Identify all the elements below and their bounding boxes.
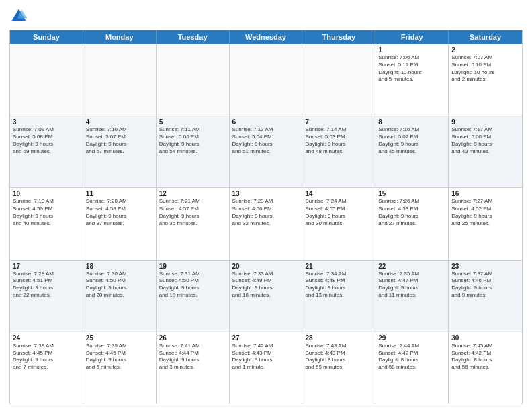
day-cell-30: 30Sunrise: 7:45 AM Sunset: 4:42 PM Dayli… xyxy=(449,332,522,404)
day-info: Sunrise: 7:19 AM Sunset: 4:59 PM Dayligh… xyxy=(13,198,80,227)
logo xyxy=(9,7,31,26)
day-info: Sunrise: 7:23 AM Sunset: 4:56 PM Dayligh… xyxy=(232,198,300,227)
day-info: Sunrise: 7:43 AM Sunset: 4:43 PM Dayligh… xyxy=(305,342,372,371)
day-cell-1: 1Sunrise: 7:06 AM Sunset: 5:11 PM Daylig… xyxy=(375,44,449,116)
header-day-tuesday: Tuesday xyxy=(157,30,230,44)
day-number: 7 xyxy=(305,118,372,126)
day-number: 19 xyxy=(159,263,226,270)
day-number: 1 xyxy=(378,46,445,54)
day-info: Sunrise: 7:07 AM Sunset: 5:10 PM Dayligh… xyxy=(451,54,519,83)
day-number: 15 xyxy=(378,190,445,197)
day-cell-2: 2Sunrise: 7:07 AM Sunset: 5:10 PM Daylig… xyxy=(449,44,522,116)
day-cell-20: 20Sunrise: 7:33 AM Sunset: 4:49 PM Dayli… xyxy=(230,261,303,332)
day-info: Sunrise: 7:17 AM Sunset: 5:00 PM Dayligh… xyxy=(451,126,519,155)
day-number: 9 xyxy=(451,118,519,126)
day-cell-18: 18Sunrise: 7:30 AM Sunset: 4:50 PM Dayli… xyxy=(83,261,157,332)
day-info: Sunrise: 7:35 AM Sunset: 4:47 PM Dayligh… xyxy=(378,271,445,300)
empty-cell xyxy=(230,44,303,116)
day-info: Sunrise: 7:14 AM Sunset: 5:03 PM Dayligh… xyxy=(305,126,372,155)
calendar-body: 1Sunrise: 7:06 AM Sunset: 5:11 PM Daylig… xyxy=(10,44,522,404)
day-number: 29 xyxy=(378,334,445,342)
day-number: 23 xyxy=(451,263,519,270)
day-number: 16 xyxy=(451,190,519,197)
calendar-row-2: 10Sunrise: 7:19 AM Sunset: 4:59 PM Dayli… xyxy=(10,187,522,259)
day-info: Sunrise: 7:33 AM Sunset: 4:49 PM Dayligh… xyxy=(232,271,300,300)
day-info: Sunrise: 7:41 AM Sunset: 4:44 PM Dayligh… xyxy=(159,342,226,371)
day-cell-12: 12Sunrise: 7:21 AM Sunset: 4:57 PM Dayli… xyxy=(157,188,230,259)
page: SundayMondayTuesdayWednesdayThursdayFrid… xyxy=(0,0,532,411)
day-number: 26 xyxy=(159,334,226,342)
day-cell-28: 28Sunrise: 7:43 AM Sunset: 4:43 PM Dayli… xyxy=(302,332,375,404)
day-cell-29: 29Sunrise: 7:44 AM Sunset: 4:42 PM Dayli… xyxy=(375,332,449,404)
day-cell-4: 4Sunrise: 7:10 AM Sunset: 5:07 PM Daylig… xyxy=(83,116,157,187)
header-day-friday: Friday xyxy=(375,30,449,44)
day-number: 14 xyxy=(305,190,372,197)
day-number: 8 xyxy=(378,118,445,126)
day-number: 11 xyxy=(86,190,153,197)
day-cell-7: 7Sunrise: 7:14 AM Sunset: 5:03 PM Daylig… xyxy=(302,116,375,187)
day-number: 24 xyxy=(13,334,80,342)
day-cell-8: 8Sunrise: 7:16 AM Sunset: 5:02 PM Daylig… xyxy=(375,116,449,187)
header xyxy=(9,7,523,26)
calendar-header: SundayMondayTuesdayWednesdayThursdayFrid… xyxy=(10,30,522,44)
day-info: Sunrise: 7:21 AM Sunset: 4:57 PM Dayligh… xyxy=(159,198,226,227)
day-info: Sunrise: 7:20 AM Sunset: 4:58 PM Dayligh… xyxy=(86,198,153,227)
day-number: 21 xyxy=(305,263,372,270)
day-info: Sunrise: 7:24 AM Sunset: 4:55 PM Dayligh… xyxy=(305,198,372,227)
day-cell-14: 14Sunrise: 7:24 AM Sunset: 4:55 PM Dayli… xyxy=(302,188,375,259)
day-cell-26: 26Sunrise: 7:41 AM Sunset: 4:44 PM Dayli… xyxy=(157,332,230,404)
day-info: Sunrise: 7:45 AM Sunset: 4:42 PM Dayligh… xyxy=(451,342,519,371)
header-day-saturday: Saturday xyxy=(449,30,522,44)
day-info: Sunrise: 7:09 AM Sunset: 5:08 PM Dayligh… xyxy=(13,126,80,155)
calendar-row-4: 24Sunrise: 7:38 AM Sunset: 4:45 PM Dayli… xyxy=(10,332,522,404)
day-cell-10: 10Sunrise: 7:19 AM Sunset: 4:59 PM Dayli… xyxy=(10,188,83,259)
day-cell-13: 13Sunrise: 7:23 AM Sunset: 4:56 PM Dayli… xyxy=(230,188,303,259)
day-cell-9: 9Sunrise: 7:17 AM Sunset: 5:00 PM Daylig… xyxy=(449,116,522,187)
day-info: Sunrise: 7:30 AM Sunset: 4:50 PM Dayligh… xyxy=(86,271,153,300)
day-number: 22 xyxy=(378,263,445,270)
day-cell-6: 6Sunrise: 7:13 AM Sunset: 5:04 PM Daylig… xyxy=(230,116,303,187)
day-cell-17: 17Sunrise: 7:28 AM Sunset: 4:51 PM Dayli… xyxy=(10,261,83,332)
day-cell-16: 16Sunrise: 7:27 AM Sunset: 4:52 PM Dayli… xyxy=(449,188,522,259)
day-info: Sunrise: 7:06 AM Sunset: 5:11 PM Dayligh… xyxy=(378,54,445,83)
day-info: Sunrise: 7:13 AM Sunset: 5:04 PM Dayligh… xyxy=(232,126,300,155)
day-number: 28 xyxy=(305,334,372,342)
day-cell-19: 19Sunrise: 7:31 AM Sunset: 4:50 PM Dayli… xyxy=(157,261,230,332)
calendar: SundayMondayTuesdayWednesdayThursdayFrid… xyxy=(9,30,523,404)
day-cell-22: 22Sunrise: 7:35 AM Sunset: 4:47 PM Dayli… xyxy=(375,261,449,332)
day-cell-24: 24Sunrise: 7:38 AM Sunset: 4:45 PM Dayli… xyxy=(10,332,83,404)
day-cell-21: 21Sunrise: 7:34 AM Sunset: 4:48 PM Dayli… xyxy=(302,261,375,332)
empty-cell xyxy=(83,44,157,116)
day-number: 3 xyxy=(13,118,80,126)
calendar-row-1: 3Sunrise: 7:09 AM Sunset: 5:08 PM Daylig… xyxy=(10,116,522,187)
empty-cell xyxy=(10,44,83,116)
day-cell-11: 11Sunrise: 7:20 AM Sunset: 4:58 PM Dayli… xyxy=(83,188,157,259)
day-info: Sunrise: 7:28 AM Sunset: 4:51 PM Dayligh… xyxy=(13,271,80,300)
day-info: Sunrise: 7:31 AM Sunset: 4:50 PM Dayligh… xyxy=(159,271,226,300)
header-day-wednesday: Wednesday xyxy=(230,30,303,44)
day-info: Sunrise: 7:16 AM Sunset: 5:02 PM Dayligh… xyxy=(378,126,445,155)
day-number: 6 xyxy=(232,118,300,126)
empty-cell xyxy=(302,44,375,116)
day-cell-23: 23Sunrise: 7:37 AM Sunset: 4:46 PM Dayli… xyxy=(449,261,522,332)
day-info: Sunrise: 7:26 AM Sunset: 4:53 PM Dayligh… xyxy=(378,198,445,227)
day-info: Sunrise: 7:39 AM Sunset: 4:45 PM Dayligh… xyxy=(86,342,153,371)
day-info: Sunrise: 7:27 AM Sunset: 4:52 PM Dayligh… xyxy=(451,198,519,227)
day-cell-15: 15Sunrise: 7:26 AM Sunset: 4:53 PM Dayli… xyxy=(375,188,449,259)
day-cell-5: 5Sunrise: 7:11 AM Sunset: 5:06 PM Daylig… xyxy=(157,116,230,187)
day-info: Sunrise: 7:11 AM Sunset: 5:06 PM Dayligh… xyxy=(159,126,226,155)
day-number: 20 xyxy=(232,263,300,270)
day-number: 10 xyxy=(13,190,80,197)
day-number: 12 xyxy=(159,190,226,197)
day-info: Sunrise: 7:10 AM Sunset: 5:07 PM Dayligh… xyxy=(86,126,153,155)
day-number: 2 xyxy=(451,46,519,54)
header-day-monday: Monday xyxy=(83,30,157,44)
day-number: 4 xyxy=(86,118,153,126)
day-number: 5 xyxy=(159,118,226,126)
day-cell-27: 27Sunrise: 7:42 AM Sunset: 4:43 PM Dayli… xyxy=(230,332,303,404)
day-info: Sunrise: 7:44 AM Sunset: 4:42 PM Dayligh… xyxy=(378,342,445,371)
logo-icon xyxy=(9,7,28,26)
day-number: 18 xyxy=(86,263,153,270)
day-cell-25: 25Sunrise: 7:39 AM Sunset: 4:45 PM Dayli… xyxy=(83,332,157,404)
calendar-row-3: 17Sunrise: 7:28 AM Sunset: 4:51 PM Dayli… xyxy=(10,260,522,332)
